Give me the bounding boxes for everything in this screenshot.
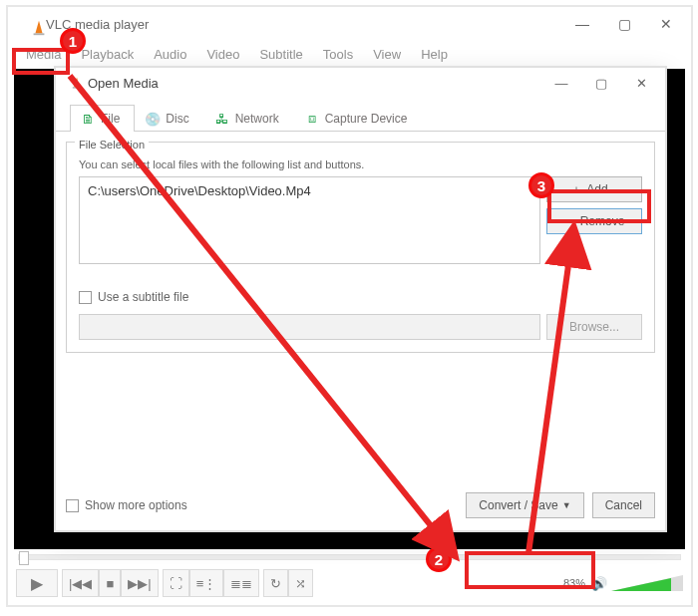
svg-line-7 xyxy=(528,229,573,553)
annotation-arrows xyxy=(0,0,698,616)
svg-line-6 xyxy=(70,76,454,554)
